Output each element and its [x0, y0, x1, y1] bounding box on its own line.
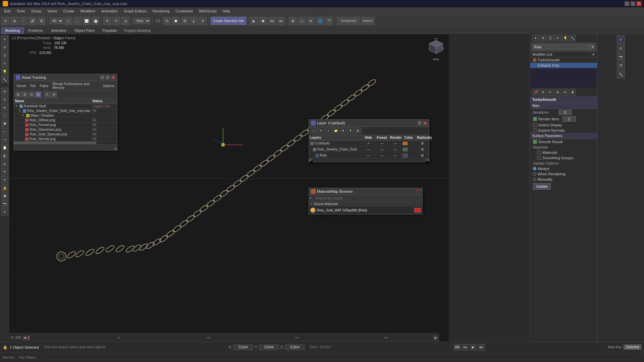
select-object-btn[interactable]: ✦: [1, 17, 9, 25]
tab-populate[interactable]: Populate: [99, 27, 120, 34]
filter-dropdown[interactable]: All: [49, 17, 63, 24]
prev-frame-btn[interactable]: ⏮: [268, 17, 276, 25]
lw-row-rolo-chain[interactable]: Rolo_Jewelry_Chain_Gold — — — ⊞: [309, 146, 429, 153]
lw-scroll-right-btn[interactable]: ▶: [426, 159, 429, 162]
default-radiosity-cell[interactable]: ⊞: [416, 141, 429, 146]
x-coord-input[interactable]: [233, 345, 253, 350]
render-last-btn[interactable]: ◻: [298, 17, 306, 25]
cp-ts-pin-btn[interactable]: 📌: [532, 89, 539, 96]
at-settings-btn[interactable]: ⚙: [51, 92, 57, 98]
lw-check-btn[interactable]: ✓: [310, 127, 317, 134]
cp-motion-btn[interactable]: ⟳: [554, 35, 561, 42]
minimize-button[interactable]: —: [625, 1, 629, 6]
at-restore-btn[interactable]: □: [106, 75, 110, 79]
at-menu-server[interactable]: Server: [15, 84, 28, 88]
cp-when-rendering-radio[interactable]: [533, 172, 536, 176]
tab-selection[interactable]: Selection: [47, 27, 70, 34]
cp-update-btn[interactable]: Update: [533, 183, 551, 190]
pb-key-mode-btn[interactable]: ⌨: [454, 344, 461, 351]
cp-explicit-checkbox[interactable]: [533, 128, 537, 132]
at-detail-btn[interactable]: ⊞: [35, 92, 41, 98]
motion-panel-btn[interactable]: ⟳: [1, 60, 8, 67]
cp-always-radio[interactable]: [533, 167, 536, 170]
freeze-btn[interactable]: ❄: [1, 176, 8, 183]
at-list-btn[interactable]: ☰: [22, 92, 28, 98]
lw-row-default[interactable]: 0 (default) ✓ — — ⊞: [309, 140, 429, 146]
at-row-mainfile[interactable]: ▼ Rolo_Jewelry_Chain_Gold_max_vray.max O…: [14, 109, 117, 113]
spinner-snap-btn[interactable]: ⟳: [199, 17, 207, 25]
snap-3d-btn[interactable]: ⊞: [1, 87, 8, 95]
snap-toggle-btn[interactable]: 🔲: [172, 17, 180, 25]
lw-help-btn[interactable]: ?: [418, 121, 422, 125]
at-reload-btn[interactable]: ↻: [44, 92, 50, 98]
stop-btn[interactable]: ⏹: [259, 17, 267, 25]
unlink-btn[interactable]: ⛓: [38, 17, 46, 25]
at-row-specular[interactable]: Rolo_Gold_Specular.png Ok: [14, 132, 117, 137]
mb-material-row-0[interactable]: Rolo_Gold_MAT (VRayMtl) [Rolo]: [309, 206, 422, 214]
lw-select-all-btn[interactable]: ⊞: [355, 127, 361, 134]
snap-3d2-btn[interactable]: ⊟: [1, 96, 8, 103]
rolo-radiosity-cell[interactable]: ⊞: [416, 153, 429, 158]
next-frame-btn[interactable]: ⏭: [277, 17, 285, 25]
rolo-freeze-cell[interactable]: —: [375, 153, 389, 158]
obj-props-btn[interactable]: ◈: [1, 160, 8, 167]
cp-render-iters-checkbox[interactable]: [533, 117, 537, 121]
tab-freeform[interactable]: Freeform: [24, 27, 47, 34]
lw-move-down-btn[interactable]: ⬇: [347, 127, 354, 134]
menu-graph-editors[interactable]: Graph Editors: [121, 8, 149, 14]
lw-move-up-btn[interactable]: ⬆: [340, 127, 346, 134]
chain-freeze-cell[interactable]: —: [375, 147, 389, 152]
percent-snap-btn[interactable]: ∡: [190, 17, 198, 25]
at-minimize-btn[interactable]: —: [100, 75, 104, 79]
env-btn[interactable]: 🌐: [316, 17, 324, 25]
cp-modifier-dropdown[interactable]: ▼: [592, 53, 595, 56]
snap-vert-btn[interactable]: ◈: [1, 104, 8, 111]
camera-btn[interactable]: 📷: [1, 200, 8, 207]
menu-create[interactable]: Create: [60, 8, 77, 14]
mb-scene-header[interactable]: ▼ Scene Materials: [309, 201, 422, 206]
lw-scrollbar-h[interactable]: ◀ ▶: [309, 159, 429, 162]
move-btn[interactable]: ✛: [103, 17, 111, 25]
lw-row-rolo[interactable]: Rolo — — — ⊞: [309, 153, 429, 159]
select-filter-btn[interactable]: ↑: [19, 17, 28, 25]
select-btn[interactable]: ⬡: [64, 17, 72, 25]
default-hide-cell[interactable]: ✓: [362, 141, 375, 146]
display-panel-btn[interactable]: 💡: [1, 68, 8, 75]
lock-btn[interactable]: 🔒: [1, 184, 8, 191]
at-track-btn[interactable]: ⊞: [15, 92, 21, 98]
at-row-fresnel[interactable]: Rolo_Fresnel.png Ok: [14, 123, 117, 127]
rolo-color-swatch[interactable]: [403, 154, 408, 157]
maximize-button[interactable]: □: [631, 1, 635, 6]
tsinspector-btn[interactable]: TSInspector: [337, 17, 360, 25]
y-coord-input[interactable]: [259, 345, 279, 350]
chain-color-cell[interactable]: [402, 147, 416, 152]
key-track[interactable]: [43, 355, 639, 360]
cp-smooth-result-checkbox[interactable]: [533, 140, 537, 144]
create-selection-set-btn[interactable]: Create Selection Set: [211, 17, 246, 25]
cp-hierarchy-btn[interactable]: ☰: [547, 35, 554, 42]
lw-folder-btn[interactable]: 📁: [332, 127, 339, 134]
snap-face-btn[interactable]: ⬢: [1, 120, 8, 127]
hide-sel-btn[interactable]: 👁: [1, 168, 8, 175]
macro1-btn[interactable]: Macro1: [361, 17, 375, 25]
at-menu-paths[interactable]: Paths: [39, 84, 50, 88]
cp-isoline-checkbox[interactable]: [533, 123, 537, 127]
modify-panel-btn[interactable]: ⚒: [1, 44, 8, 51]
at-resize-handle[interactable]: [114, 147, 117, 150]
at-row-diffuse[interactable]: Rolo_Diffuse.png Ok: [14, 118, 117, 123]
mb-close-btn[interactable]: ✕: [416, 189, 420, 193]
chain-radiosity-cell[interactable]: ⊞: [416, 147, 429, 152]
tl-prev-btn[interactable]: ◀: [22, 336, 27, 340]
cp-ts-cfg-btn[interactable]: ⚙: [540, 89, 546, 96]
utilities-panel-btn[interactable]: 🔧: [1, 76, 8, 83]
cp-iterations-input[interactable]: [558, 110, 572, 115]
lw-scroll-left-btn[interactable]: ◀: [309, 159, 312, 162]
z-coord-input[interactable]: [285, 345, 305, 350]
rolo-render-cell[interactable]: —: [389, 153, 402, 158]
rect-select-btn[interactable]: ⬜: [83, 17, 91, 25]
at-row-glossiness[interactable]: Rolo_Glossiness.png Ok: [14, 127, 117, 132]
lw-close-btn[interactable]: ✕: [423, 121, 427, 125]
chain-hide-cell[interactable]: —: [362, 147, 375, 152]
at-menu-bitmap[interactable]: Bitmap Performance and Memory: [51, 82, 100, 90]
cp-display-btn[interactable]: 💡: [562, 35, 569, 42]
